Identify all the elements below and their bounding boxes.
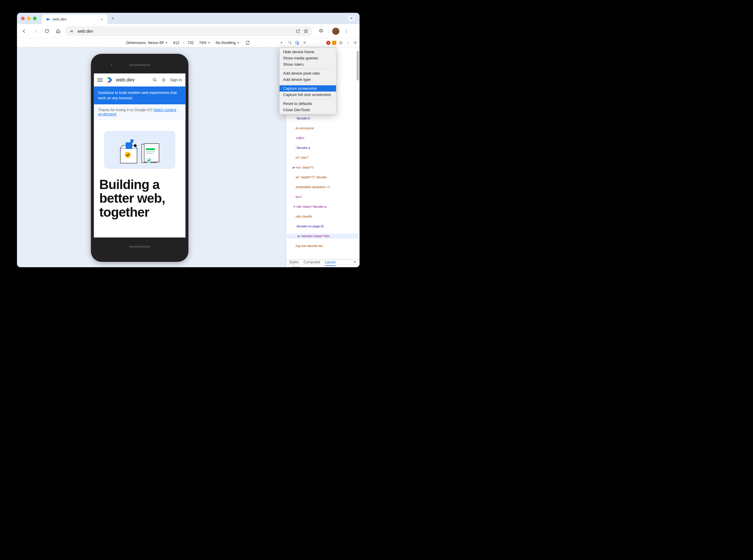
- window-controls: [21, 17, 37, 20]
- site-settings-icon[interactable]: [69, 28, 75, 34]
- tab-strip: web.dev +: [17, 13, 360, 24]
- svg-rect-21: [146, 151, 155, 152]
- address-bar[interactable]: web.dev: [65, 26, 312, 36]
- menu-item-reset[interactable]: Reset to defaults: [279, 100, 336, 107]
- tab-search-button[interactable]: [348, 15, 355, 22]
- close-devtools-icon[interactable]: [352, 40, 358, 45]
- theme-toggle-icon[interactable]: [161, 77, 167, 83]
- site-logo[interactable]: web.dev: [107, 76, 135, 84]
- settings-icon[interactable]: [338, 40, 344, 45]
- svg-point-13: [163, 79, 165, 81]
- styles-tab-bar: Styles Computed Layout: [286, 260, 360, 264]
- minimize-window-button[interactable]: [27, 17, 31, 20]
- more-options-icon[interactable]: ▼: [280, 41, 283, 44]
- grid-section-header[interactable]: ▼ Grid: [286, 264, 360, 267]
- profile-avatar[interactable]: [332, 28, 339, 35]
- hamburger-icon[interactable]: [98, 78, 103, 82]
- more-tabs-icon[interactable]: [353, 260, 356, 264]
- speaker-icon: [129, 64, 151, 66]
- menu-item-capture-full[interactable]: Capture full size screenshot: [279, 92, 336, 98]
- svg-point-0: [346, 29, 347, 30]
- notice-bar: Thanks for tuning in to Google I/O! Watc…: [94, 104, 186, 120]
- chevron-down-icon: ▼: [237, 41, 240, 44]
- width-value[interactable]: 412: [173, 41, 179, 45]
- close-tab-icon[interactable]: [100, 17, 104, 21]
- reload-button[interactable]: [42, 27, 51, 35]
- menu-item-add-device-type[interactable]: Add device type: [279, 76, 336, 83]
- svg-point-9: [348, 44, 348, 44]
- menu-item-show-rulers[interactable]: Show rulers: [279, 61, 336, 67]
- sign-in-link[interactable]: Sign in: [170, 78, 182, 82]
- tab-computed[interactable]: Computed: [304, 260, 320, 264]
- context-menu: Hide device frame Show media queries Sho…: [279, 47, 336, 115]
- site-header: web.dev Sign in: [94, 74, 186, 86]
- ruler: [17, 47, 209, 48]
- svg-point-7: [348, 41, 348, 42]
- svg-point-6: [340, 42, 342, 43]
- browser-tab[interactable]: web.dev: [42, 15, 108, 24]
- devtools-toolbar: ✕: [286, 38, 360, 47]
- chevron-down-icon: ▼: [165, 41, 168, 44]
- chevron-down-icon: ▼: [208, 41, 210, 44]
- menu-item-hide-frame[interactable]: Hide device frame: [279, 49, 336, 55]
- camera-icon: [111, 64, 112, 66]
- warning-count-badge[interactable]: [332, 41, 336, 45]
- svg-point-11: [108, 77, 109, 79]
- menu-item-add-dpr[interactable]: Add device pixel ratio: [279, 70, 336, 76]
- tab-styles[interactable]: Styles: [289, 260, 299, 264]
- inspect-element-icon[interactable]: [288, 40, 293, 45]
- extensions-icon[interactable]: [317, 27, 325, 35]
- home-bar-icon: [129, 246, 151, 247]
- chrome-menu-icon[interactable]: [342, 27, 351, 35]
- height-value[interactable]: 732: [187, 41, 194, 45]
- svg-rect-22: [146, 153, 153, 154]
- svg-rect-19: [144, 144, 159, 162]
- url-text: web.dev: [78, 29, 93, 34]
- share-icon[interactable]: [296, 29, 301, 34]
- browser-toolbar: web.dev |: [17, 24, 360, 38]
- tab-title: web.dev: [53, 17, 66, 21]
- maximize-window-button[interactable]: [33, 17, 37, 20]
- device-mode-icon[interactable]: [295, 40, 300, 45]
- hero-title: Building a better web, together: [94, 169, 186, 219]
- device-viewport: web.dev Sign in Guidance to build modern…: [17, 47, 286, 267]
- svg-rect-20: [146, 148, 155, 150]
- close-window-button[interactable]: [21, 17, 25, 20]
- bookmark-icon[interactable]: [303, 28, 308, 34]
- forward-button[interactable]: [31, 27, 40, 35]
- zoom-selector[interactable]: 74% ▼: [199, 41, 210, 45]
- svg-rect-15: [126, 142, 132, 149]
- device-frame: web.dev Sign in Guidance to build modern…: [91, 54, 189, 262]
- more-tabs-icon[interactable]: [302, 40, 307, 45]
- scrollbar[interactable]: [356, 51, 359, 81]
- menu-item-capture-screenshot[interactable]: Capture screenshot: [279, 85, 336, 92]
- dimensions-display: 412 × 732: [173, 41, 194, 45]
- menu-item-close-devtools[interactable]: Close DevTools: [279, 107, 336, 113]
- favicon-icon: [45, 17, 50, 22]
- banner: Guidance to build modern web experiences…: [94, 86, 186, 104]
- svg-point-23: [146, 158, 152, 163]
- back-button[interactable]: [20, 27, 28, 35]
- browser-window: web.dev + web.dev: [17, 13, 360, 267]
- throttling-selector[interactable]: No throttling ▼: [216, 41, 239, 45]
- svg-point-2: [346, 32, 347, 33]
- svg-point-12: [153, 78, 156, 81]
- svg-rect-16: [131, 139, 134, 142]
- hero-illustration: [104, 131, 175, 169]
- svg-point-10: [108, 81, 109, 83]
- svg-point-8: [348, 42, 348, 43]
- menu-item-media-queries[interactable]: Show media queries: [279, 55, 336, 61]
- device-selector[interactable]: Dimensions: Nexus 6P ▼: [126, 41, 168, 45]
- emulated-screen[interactable]: web.dev Sign in Guidance to build modern…: [94, 74, 186, 238]
- devtools-menu-icon[interactable]: [345, 40, 351, 45]
- rotate-icon[interactable]: [245, 40, 250, 45]
- svg-point-1: [346, 31, 347, 31]
- search-icon[interactable]: [152, 77, 158, 83]
- error-count-badge[interactable]: ✕: [326, 41, 330, 45]
- svg-point-17: [125, 152, 131, 158]
- home-button[interactable]: [54, 27, 62, 35]
- new-tab-button[interactable]: +: [110, 15, 116, 22]
